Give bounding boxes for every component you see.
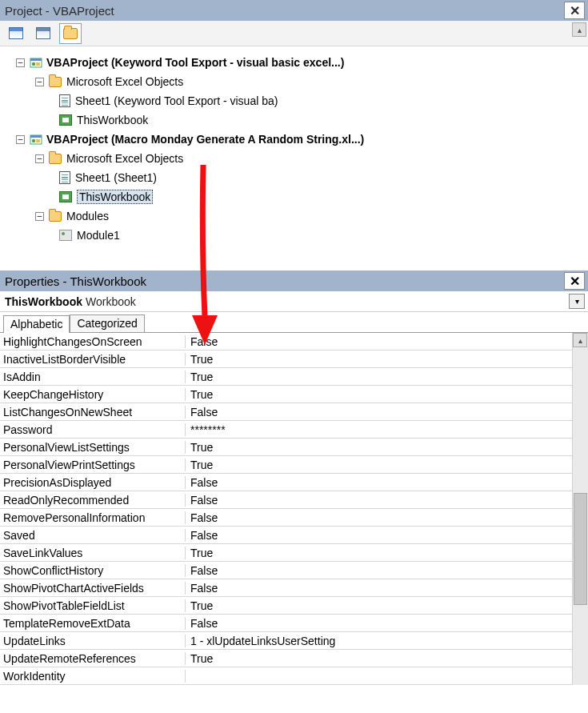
property-name[interactable]: UpdateRemoteReferences xyxy=(0,652,186,665)
property-value[interactable]: False xyxy=(186,582,572,595)
property-row[interactable]: ListChangesOnNewSheetFalse xyxy=(0,403,572,421)
property-value[interactable]: True xyxy=(186,371,572,383)
folder-icon xyxy=(49,154,62,164)
properties-grid[interactable]: HighlightChangesOnScreenFalseInactiveLis… xyxy=(0,333,572,685)
property-value[interactable]: False xyxy=(186,406,572,419)
tree-node-p1w[interactable]: ThisWorkbook xyxy=(5,110,583,130)
property-value[interactable]: True xyxy=(186,441,572,454)
tab-alphabetic[interactable]: Alphabetic xyxy=(3,315,70,333)
property-row[interactable]: ShowPivotTableFieldListTrue xyxy=(0,597,572,615)
property-row[interactable]: WorkIdentity xyxy=(0,667,572,685)
property-row[interactable]: ShowConflictHistoryFalse xyxy=(0,562,572,579)
tree-node-p1[interactable]: −VBAProject (Keyword Tool Export - visua… xyxy=(5,53,583,72)
toggle-folders-button[interactable] xyxy=(59,23,82,44)
tree-node-p2[interactable]: −VBAProject (Macro Monday Generate A Ran… xyxy=(5,130,583,149)
property-name[interactable]: RemovePersonalInformation xyxy=(0,511,186,524)
folder-icon xyxy=(49,77,62,87)
worksheet-icon xyxy=(59,94,70,107)
svg-rect-7 xyxy=(36,139,40,142)
property-value[interactable]: False xyxy=(186,476,572,489)
scroll-up-button[interactable]: ▴ xyxy=(573,333,587,347)
property-row[interactable]: SaveLinkValuesTrue xyxy=(0,544,572,562)
property-name[interactable]: WorkIdentity xyxy=(0,670,186,683)
properties-scrollbar[interactable]: ▴ xyxy=(572,333,588,685)
property-value[interactable]: True xyxy=(186,652,572,665)
tree-node-p2m[interactable]: −Modules xyxy=(5,206,583,226)
object-type: Workbook xyxy=(86,295,136,308)
property-name[interactable]: ReadOnlyRecommended xyxy=(0,494,186,507)
property-name[interactable]: PersonalViewListSettings xyxy=(0,441,186,454)
property-value[interactable]: False xyxy=(186,494,572,507)
project-toolbar: ▴ xyxy=(0,21,588,46)
project-pane-close-button[interactable]: ✕ xyxy=(564,2,585,19)
property-name[interactable]: ShowConflictHistory xyxy=(0,564,186,577)
object-selector[interactable]: ThisWorkbook Workbook ▾ xyxy=(0,291,588,312)
property-name[interactable]: SaveLinkValues xyxy=(0,547,186,559)
project-tree[interactable]: −VBAProject (Keyword Tool Export - visua… xyxy=(0,46,588,270)
tree-node-p2s[interactable]: Sheet1 (Sheet1) xyxy=(5,168,583,187)
property-value[interactable]: ******** xyxy=(186,423,572,436)
property-row[interactable]: UpdateLinks1 - xlUpdateLinksUserSetting xyxy=(0,632,572,650)
property-row[interactable]: HighlightChangesOnScreenFalse xyxy=(0,333,572,350)
folder-icon xyxy=(49,211,62,222)
property-name[interactable]: ShowPivotTableFieldList xyxy=(0,599,186,612)
property-value[interactable]: False xyxy=(186,335,572,348)
tree-node-p1f[interactable]: −Microsoft Excel Objects xyxy=(5,72,583,91)
property-value[interactable]: 1 - xlUpdateLinksUserSetting xyxy=(186,635,572,647)
tab-categorized[interactable]: Categorized xyxy=(70,314,145,332)
view-code-button[interactable] xyxy=(5,23,27,44)
property-name[interactable]: UpdateLinks xyxy=(0,635,186,647)
tree-expander[interactable]: − xyxy=(35,212,44,221)
property-value[interactable]: True xyxy=(186,459,572,471)
property-row[interactable]: ShowPivotChartActiveFieldsFalse xyxy=(0,579,572,597)
tree-node-p2w[interactable]: ThisWorkbook xyxy=(5,187,583,206)
tree-expander[interactable]: − xyxy=(35,78,44,86)
tree-expander[interactable]: − xyxy=(16,135,25,144)
property-name[interactable]: KeepChangeHistory xyxy=(0,388,186,401)
property-value[interactable]: False xyxy=(186,511,572,524)
property-row[interactable]: Password******** xyxy=(0,421,572,439)
property-row[interactable]: SavedFalse xyxy=(0,527,572,544)
properties-pane-close-button[interactable]: ✕ xyxy=(564,272,585,290)
property-value[interactable]: False xyxy=(186,564,572,577)
tree-node-p1s[interactable]: Sheet1 (Keyword Tool Export - visual ba) xyxy=(5,91,583,110)
tree-node-p2f[interactable]: −Microsoft Excel Objects xyxy=(5,149,583,168)
property-row[interactable]: KeepChangeHistoryTrue xyxy=(0,386,572,403)
property-row[interactable]: PersonalViewPrintSettingsTrue xyxy=(0,456,572,474)
property-row[interactable]: ReadOnlyRecommendedFalse xyxy=(0,491,572,509)
property-row[interactable]: InactiveListBorderVisibleTrue xyxy=(0,350,572,368)
property-name[interactable]: ListChangesOnNewSheet xyxy=(0,406,186,419)
project-pane-title-bar: Project - VBAProject ✕ xyxy=(0,0,588,21)
property-row[interactable]: IsAddinTrue xyxy=(0,368,572,386)
property-value[interactable]: False xyxy=(186,617,572,630)
svg-point-2 xyxy=(32,62,35,66)
project-scroll-up-button[interactable]: ▴ xyxy=(572,22,586,37)
property-name[interactable]: Password xyxy=(0,423,186,436)
object-dropdown-button[interactable]: ▾ xyxy=(569,294,585,309)
property-value[interactable]: True xyxy=(186,547,572,559)
property-name[interactable]: PrecisionAsDisplayed xyxy=(0,476,186,489)
property-name[interactable]: InactiveListBorderVisible xyxy=(0,353,186,366)
view-object-button[interactable] xyxy=(32,23,54,44)
property-name[interactable]: TemplateRemoveExtData xyxy=(0,617,186,630)
tree-expander[interactable]: − xyxy=(16,58,25,67)
property-row[interactable]: TemplateRemoveExtDataFalse xyxy=(0,615,572,632)
property-row[interactable]: PrecisionAsDisplayedFalse xyxy=(0,474,572,491)
tree-node-mod1[interactable]: Module1 xyxy=(5,226,583,245)
property-name[interactable]: PersonalViewPrintSettings xyxy=(0,459,186,471)
property-row[interactable]: PersonalViewListSettingsTrue xyxy=(0,439,572,456)
property-name[interactable]: HighlightChangesOnScreen xyxy=(0,335,186,348)
scroll-thumb[interactable] xyxy=(574,493,587,605)
worksheet-icon xyxy=(59,171,70,184)
property-name[interactable]: Saved xyxy=(0,529,186,542)
property-row[interactable]: RemovePersonalInformationFalse xyxy=(0,509,572,527)
property-value[interactable]: True xyxy=(186,599,572,612)
property-value[interactable]: True xyxy=(186,388,572,401)
property-name[interactable]: ShowPivotChartActiveFields xyxy=(0,582,186,595)
property-name[interactable]: IsAddin xyxy=(0,371,186,383)
tree-node-label: Microsoft Excel Objects xyxy=(66,75,183,88)
property-value[interactable]: False xyxy=(186,529,572,542)
tree-expander[interactable]: − xyxy=(35,154,44,163)
property-value[interactable]: True xyxy=(186,353,572,366)
property-row[interactable]: UpdateRemoteReferencesTrue xyxy=(0,650,572,667)
